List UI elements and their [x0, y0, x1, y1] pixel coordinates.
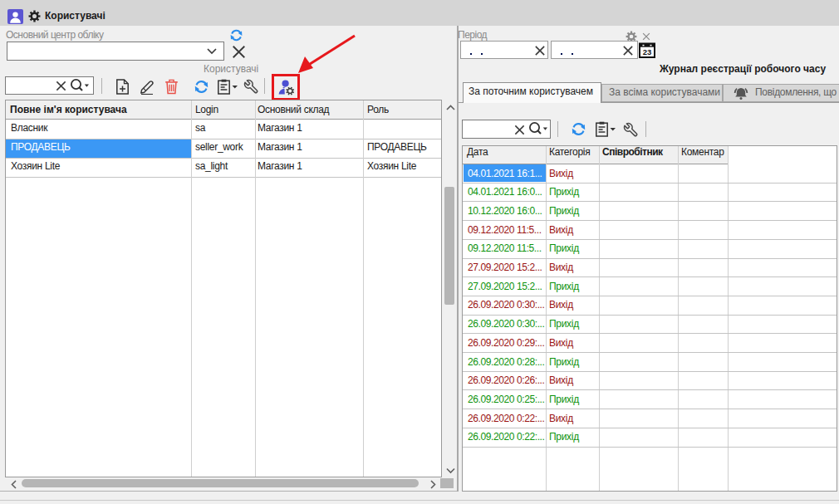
svg-text:23: 23	[643, 47, 652, 56]
